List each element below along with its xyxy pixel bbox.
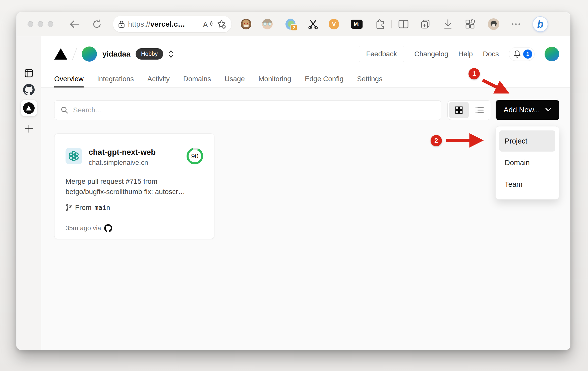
team-name[interactable]: yidadaa: [102, 50, 131, 58]
profile-avatar[interactable]: [488, 18, 499, 30]
branch-label: From: [75, 204, 91, 212]
project-card[interactable]: chat-gpt-next-web chat.simplenaive.cn 90…: [54, 133, 214, 239]
branch-name: main: [94, 204, 110, 211]
sidebar-divider: [22, 118, 36, 118]
project-favicon: [66, 148, 82, 164]
dropdown-item-project[interactable]: Project: [499, 130, 555, 152]
deployed-time: 35m ago via: [66, 224, 101, 232]
downloads-icon[interactable]: [443, 19, 453, 30]
monkey-extension-icon[interactable]: [241, 19, 251, 29]
git-branch-icon: [66, 204, 72, 211]
bell-icon: [513, 50, 521, 58]
annotation-step-1: 1: [468, 68, 480, 79]
tab-manager-extension-icon[interactable]: 2: [285, 19, 296, 30]
branch-row: From main: [66, 204, 203, 212]
svg-text:A: A: [203, 20, 208, 29]
more-menu-icon[interactable]: [512, 23, 520, 25]
search-input[interactable]: [73, 106, 435, 114]
lighthouse-score-gauge: 90: [187, 148, 203, 164]
commit-message: Merge pull request #715 from betgo/bugfi…: [66, 176, 203, 197]
breadcrumb-slash: [72, 48, 77, 60]
vercel-active-tab-icon[interactable]: [21, 100, 37, 116]
tab-panel-icon[interactable]: [24, 68, 34, 78]
docs-link[interactable]: Docs: [483, 50, 499, 58]
tab-usage[interactable]: Usage: [224, 72, 245, 87]
dashboard-tabs: Overview Integrations Activity Domains U…: [54, 72, 559, 87]
changelog-link[interactable]: Changelog: [414, 50, 448, 58]
dashboard-content: Add New...: [41, 88, 570, 350]
read-aloud-icon[interactable]: A: [202, 20, 213, 29]
add-new-button[interactable]: Add New...: [496, 100, 559, 120]
address-bar[interactable]: https://vercel.c… A: [113, 16, 231, 32]
vercel-page: yidadaa Hobby Feedback Changelog Help Do…: [41, 36, 570, 350]
markdown-extension-icon[interactable]: M↓: [351, 20, 363, 29]
dropdown-item-team[interactable]: Team: [499, 174, 555, 195]
vercel-logo[interactable]: [54, 48, 67, 60]
collections-icon[interactable]: [420, 19, 431, 30]
project-domain[interactable]: chat.simplenaive.cn: [89, 159, 156, 167]
lock-icon: [118, 20, 125, 28]
tab-settings[interactable]: Settings: [357, 72, 382, 87]
tab-domains[interactable]: Domains: [183, 72, 211, 87]
feedback-button[interactable]: Feedback: [359, 46, 404, 62]
team-switcher-icon[interactable]: [168, 50, 174, 59]
site-header: yidadaa Hobby Feedback Changelog Help Do…: [41, 36, 570, 88]
traffic-light-minimize[interactable]: [38, 21, 43, 27]
user-avatar[interactable]: [545, 47, 559, 61]
url-text: https://vercel.c…: [128, 20, 185, 28]
grid-icon: [455, 106, 463, 114]
github-tab-icon[interactable]: [23, 84, 35, 96]
view-toggle: [447, 100, 491, 120]
bing-discover-icon[interactable]: b: [533, 16, 548, 32]
annotation-step-2: 2: [431, 135, 442, 146]
help-link[interactable]: Help: [458, 50, 473, 58]
back-icon[interactable]: [69, 20, 79, 28]
tab-overview[interactable]: Overview: [54, 72, 84, 87]
v-extension-icon[interactable]: V: [329, 19, 339, 29]
extensions-puzzle-icon[interactable]: [374, 19, 385, 30]
tab-activity[interactable]: Activity: [147, 72, 170, 87]
traffic-light-close[interactable]: [28, 21, 33, 27]
plan-badge: Hobby: [136, 48, 163, 60]
search-icon: [61, 106, 69, 114]
github-icon: [104, 224, 112, 232]
list-view-button[interactable]: [470, 102, 489, 118]
notification-count: 1: [523, 50, 532, 59]
deployment-meta: 35m ago via: [66, 224, 203, 232]
project-name[interactable]: chat-gpt-next-web: [89, 148, 156, 157]
favorite-star-icon[interactable]: [216, 19, 226, 29]
tab-monitoring[interactable]: Monitoring: [258, 72, 291, 87]
list-icon: [475, 106, 484, 114]
new-tab-plus-icon[interactable]: [24, 124, 34, 133]
grid-view-button[interactable]: [449, 102, 469, 118]
traffic-light-zoom[interactable]: [48, 21, 53, 27]
scissors-extension-icon[interactable]: [308, 19, 318, 29]
apps-icon[interactable]: [464, 19, 476, 30]
browser-toolbar: https://vercel.c… A 2 V M↓: [17, 12, 570, 36]
person-extension-icon[interactable]: [262, 19, 273, 29]
reload-icon[interactable]: [92, 19, 102, 29]
score-value: 90: [189, 150, 201, 162]
extension-badge: 2: [290, 24, 298, 31]
openai-logo-icon: [68, 150, 80, 162]
toolbar-divider: [391, 20, 392, 28]
notifications-button[interactable]: 1: [509, 47, 535, 61]
dropdown-item-domain[interactable]: Domain: [499, 152, 555, 173]
add-new-dropdown: Project Domain Team: [495, 126, 559, 200]
project-search[interactable]: [54, 100, 441, 120]
split-screen-icon[interactable]: [398, 19, 409, 29]
tab-integrations[interactable]: Integrations: [97, 72, 134, 87]
browser-window: https://vercel.c… A 2 V M↓: [16, 12, 570, 350]
vertical-tabs-sidebar: [17, 36, 41, 350]
tab-edge-config[interactable]: Edge Config: [305, 72, 343, 87]
team-avatar[interactable]: [82, 47, 97, 62]
chevron-down-icon: [545, 108, 552, 112]
